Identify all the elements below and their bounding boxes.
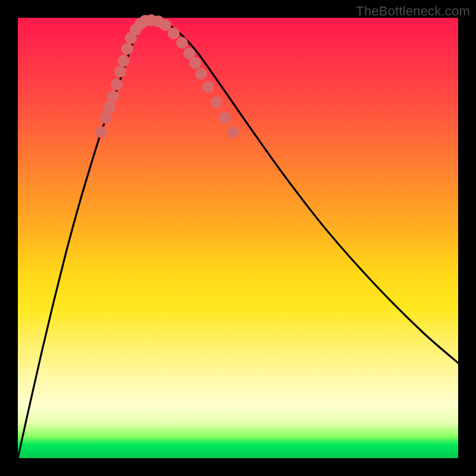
- chart-frame: TheBottleneck.com: [0, 0, 476, 476]
- plot-area: [18, 18, 458, 458]
- data-point: [189, 57, 201, 69]
- data-point: [95, 126, 107, 138]
- data-point: [211, 96, 223, 108]
- watermark-text: TheBottleneck.com: [356, 4, 470, 19]
- data-point: [176, 37, 188, 49]
- data-point: [227, 126, 239, 138]
- data-point: [100, 112, 112, 124]
- bottleneck-curve: [18, 20, 458, 458]
- marker-group: [95, 14, 239, 138]
- data-point: [219, 112, 231, 124]
- data-point: [202, 81, 214, 93]
- data-point: [118, 55, 130, 67]
- data-point: [195, 68, 207, 80]
- data-point: [121, 43, 133, 55]
- data-point: [104, 101, 115, 113]
- data-point: [111, 79, 123, 90]
- data-point: [114, 65, 126, 77]
- data-point: [168, 27, 180, 39]
- data-point: [107, 90, 119, 102]
- chart-svg: [18, 18, 458, 458]
